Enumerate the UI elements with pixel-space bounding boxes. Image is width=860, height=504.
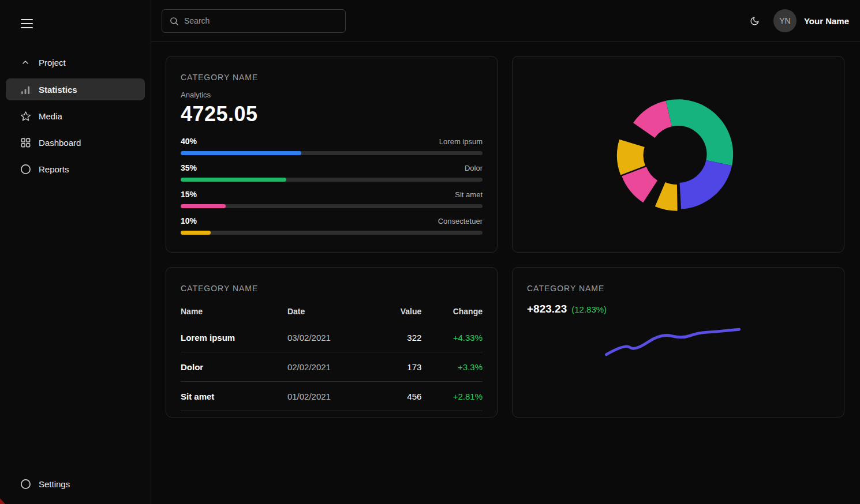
- progress-bar-row: 35%Dolor: [181, 163, 483, 182]
- bar-label: Sit amet: [455, 190, 483, 199]
- moon-icon: [750, 16, 760, 26]
- menu-button[interactable]: [21, 16, 33, 31]
- sparkline-path: [606, 329, 739, 355]
- sidebar-item-statistics[interactable]: Statistics: [6, 78, 145, 100]
- analytics-value: 4725.05: [181, 102, 483, 126]
- bar-label: Dolor: [465, 164, 483, 172]
- circle-icon: [20, 163, 31, 175]
- hamburger-icon: [21, 19, 33, 20]
- progress-bar-row: 40%Lorem ipsum: [181, 137, 483, 155]
- bar-percent: 35%: [181, 163, 197, 172]
- bar-percent: 10%: [181, 216, 197, 225]
- progress-fill: [181, 151, 301, 155]
- progress-fill: [181, 231, 211, 235]
- cell-name: Lorem ipsum: [181, 333, 287, 343]
- sidebar-item-label: Reports: [39, 164, 69, 174]
- cell-date: 03/02/2021: [287, 333, 376, 343]
- sidebar-item-media[interactable]: Media: [6, 105, 145, 127]
- cell-value: 322: [376, 333, 421, 343]
- topbar: YN Your Name: [151, 0, 860, 42]
- cell-name: Sit amet: [181, 392, 287, 401]
- sidebar-item-dashboard[interactable]: Dashboard: [6, 131, 145, 153]
- grid-icon: [20, 137, 31, 148]
- user-name[interactable]: Your Name: [804, 16, 849, 26]
- cell-date: 02/02/2021: [287, 362, 376, 372]
- topbar-right: YN Your Name: [746, 9, 849, 32]
- app-root: Project Statistics Media Dashboard: [0, 0, 860, 504]
- search-input[interactable]: [184, 16, 338, 25]
- cell-value: 173: [376, 362, 421, 372]
- donut-segment-indigo: [680, 160, 732, 209]
- sparkline-chart: [513, 268, 844, 417]
- sidebar-item-label: Statistics: [39, 85, 77, 95]
- card-title: CATEGORY NAME: [181, 73, 483, 82]
- sidebar-item-reports[interactable]: Reports: [6, 158, 145, 180]
- theme-toggle-button[interactable]: [746, 13, 763, 29]
- star-icon: [20, 110, 31, 122]
- column-header-name: Name: [181, 307, 287, 316]
- cell-date: 01/02/2021: [287, 392, 376, 401]
- cell-change: +3.3%: [421, 362, 483, 372]
- donut-chart: [513, 57, 844, 252]
- bar-chart-icon: [20, 84, 31, 95]
- bar-percent: 15%: [181, 190, 197, 199]
- cell-value: 456: [376, 392, 421, 401]
- search-icon: [169, 16, 179, 26]
- progress-track: [181, 178, 483, 182]
- cell-change: +4.33%: [421, 333, 483, 343]
- bar-label: Consectetuer: [438, 217, 483, 225]
- chevron-up-icon: [20, 57, 31, 68]
- sidebar-item-project[interactable]: Project: [0, 51, 151, 74]
- progress-bar-row: 15%Sit amet: [181, 190, 483, 208]
- column-header-date: Date: [287, 307, 376, 316]
- card-title: CATEGORY NAME: [181, 284, 483, 293]
- card-donut-chart: [512, 56, 844, 253]
- search-box[interactable]: [162, 9, 346, 33]
- progress-track: [181, 204, 483, 208]
- progress-bar-row: 10%Consectetuer: [181, 216, 483, 235]
- donut-segment-yellow-bottom: [655, 182, 678, 211]
- cell-name: Dolor: [181, 362, 287, 372]
- table-row: Sit amet01/02/2021456+2.81%: [181, 382, 483, 411]
- card-table: CATEGORY NAME Name Date Value Change Lor…: [166, 267, 498, 418]
- sidebar-nav: Project Statistics Media Dashboard: [0, 51, 151, 180]
- corner-artifact: [0, 498, 5, 504]
- main-area: YN Your Name CATEGORY NAME Analytics 472…: [151, 0, 860, 504]
- circle-icon: [20, 478, 31, 490]
- dashboard-content: CATEGORY NAME Analytics 4725.05 40%Lorem…: [151, 42, 860, 418]
- cell-change: +2.81%: [421, 392, 483, 401]
- card-analytics: CATEGORY NAME Analytics 4725.05 40%Lorem…: [166, 56, 498, 253]
- avatar-initials: YN: [779, 16, 790, 25]
- progress-track: [181, 151, 483, 155]
- progress-track: [181, 231, 483, 235]
- sidebar-item-label: Media: [39, 111, 62, 121]
- sidebar-section-label: Project: [39, 58, 66, 67]
- avatar[interactable]: YN: [773, 9, 797, 32]
- progress-bars: 40%Lorem ipsum35%Dolor15%Sit amet10%Cons…: [181, 137, 483, 235]
- bar-percent: 40%: [181, 137, 197, 146]
- sidebar-item-label: Settings: [39, 479, 70, 489]
- sidebar-item-label: Dashboard: [39, 138, 81, 148]
- bar-label: Lorem ipsum: [439, 137, 483, 146]
- donut-segment-green: [666, 99, 734, 166]
- column-header-change: Change: [421, 307, 483, 316]
- table-body: Lorem ipsum03/02/2021322+4.33%Dolor02/02…: [181, 323, 483, 411]
- donut-segment-pink-top: [633, 101, 672, 138]
- table-header-row: Name Date Value Change: [181, 301, 483, 323]
- card-trend: CATEGORY NAME +823.23 (12.83%): [512, 267, 844, 418]
- progress-fill: [181, 178, 286, 182]
- analytics-subtitle: Analytics: [181, 91, 483, 99]
- table-row: Dolor02/02/2021173+3.3%: [181, 352, 483, 382]
- progress-fill: [181, 204, 226, 208]
- sidebar-item-settings[interactable]: Settings: [6, 473, 145, 495]
- table-row: Lorem ipsum03/02/2021322+4.33%: [181, 323, 483, 352]
- sidebar: Project Statistics Media Dashboard: [0, 0, 151, 504]
- column-header-value: Value: [376, 307, 421, 316]
- data-table: Name Date Value Change Lorem ipsum03/02/…: [181, 301, 483, 411]
